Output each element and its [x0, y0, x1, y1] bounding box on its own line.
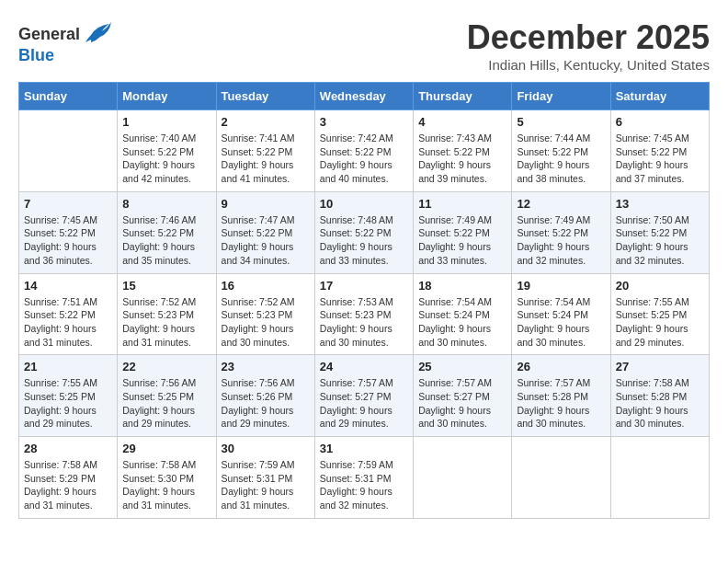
- day-number: 24: [320, 360, 408, 373]
- day-info: Sunrise: 7:41 AMSunset: 5:22 PMDaylight:…: [222, 132, 310, 186]
- calendar-cell: 23Sunrise: 7:56 AMSunset: 5:26 PMDayligh…: [216, 355, 314, 437]
- day-info: Sunrise: 7:54 AMSunset: 5:24 PMDaylight:…: [517, 295, 605, 350]
- calendar-body: 1Sunrise: 7:40 AMSunset: 5:22 PMDaylight…: [19, 110, 710, 519]
- day-number: 13: [616, 197, 704, 211]
- day-info: Sunrise: 7:48 AMSunset: 5:22 PMDaylight:…: [320, 213, 408, 268]
- day-info: Sunrise: 7:53 AMSunset: 5:23 PMDaylight:…: [320, 295, 408, 350]
- day-info: Sunrise: 7:47 AMSunset: 5:22 PMDaylight:…: [222, 213, 310, 268]
- day-number: 22: [122, 360, 210, 373]
- day-number: 1: [122, 115, 210, 129]
- day-number: 16: [222, 279, 310, 293]
- month-title: December 2025: [467, 18, 710, 57]
- calendar-cell: 22Sunrise: 7:56 AMSunset: 5:25 PMDayligh…: [118, 355, 216, 437]
- calendar-week-3: 14Sunrise: 7:51 AMSunset: 5:22 PMDayligh…: [19, 273, 710, 355]
- calendar-cell: 3Sunrise: 7:42 AMSunset: 5:22 PMDaylight…: [314, 110, 413, 192]
- day-info: Sunrise: 7:42 AMSunset: 5:22 PMDaylight:…: [320, 132, 408, 186]
- calendar-cell: 31Sunrise: 7:59 AMSunset: 5:31 PMDayligh…: [314, 437, 413, 519]
- day-number: 19: [517, 279, 605, 293]
- day-info: Sunrise: 7:55 AMSunset: 5:25 PMDaylight:…: [24, 376, 112, 431]
- day-info: Sunrise: 7:58 AMSunset: 5:29 PMDaylight:…: [24, 458, 112, 512]
- day-number: 26: [517, 360, 605, 373]
- day-number: 4: [418, 115, 506, 129]
- day-info: Sunrise: 7:57 AMSunset: 5:27 PMDaylight:…: [418, 376, 506, 431]
- day-info: Sunrise: 7:55 AMSunset: 5:25 PMDaylight:…: [616, 295, 704, 350]
- day-number: 30: [222, 442, 310, 455]
- day-info: Sunrise: 7:45 AMSunset: 5:22 PMDaylight:…: [616, 132, 704, 186]
- day-info: Sunrise: 7:51 AMSunset: 5:22 PMDaylight:…: [24, 295, 112, 350]
- day-header-friday: Friday: [512, 83, 610, 110]
- day-number: 29: [122, 442, 210, 455]
- day-number: 21: [24, 360, 112, 373]
- calendar-header-row: SundayMondayTuesdayWednesdayThursdayFrid…: [19, 83, 710, 110]
- calendar-cell: 7Sunrise: 7:45 AMSunset: 5:22 PMDaylight…: [19, 191, 118, 273]
- calendar-table: SundayMondayTuesdayWednesdayThursdayFrid…: [18, 82, 710, 519]
- day-info: Sunrise: 7:57 AMSunset: 5:28 PMDaylight:…: [517, 376, 605, 431]
- calendar-cell: 24Sunrise: 7:57 AMSunset: 5:27 PMDayligh…: [314, 355, 413, 437]
- day-info: Sunrise: 7:43 AMSunset: 5:22 PMDaylight:…: [418, 132, 506, 186]
- calendar-cell: 10Sunrise: 7:48 AMSunset: 5:22 PMDayligh…: [314, 191, 413, 273]
- day-number: 10: [320, 197, 408, 211]
- day-number: 2: [222, 115, 310, 129]
- calendar-cell: 30Sunrise: 7:59 AMSunset: 5:31 PMDayligh…: [216, 437, 314, 519]
- calendar-cell: 27Sunrise: 7:58 AMSunset: 5:28 PMDayligh…: [610, 355, 709, 437]
- day-number: 7: [24, 197, 112, 211]
- day-header-monday: Monday: [118, 83, 216, 110]
- day-number: 5: [517, 115, 605, 129]
- calendar-cell: 11Sunrise: 7:49 AMSunset: 5:22 PMDayligh…: [414, 191, 512, 273]
- day-info: Sunrise: 7:58 AMSunset: 5:30 PMDaylight:…: [122, 458, 210, 512]
- calendar-cell: 21Sunrise: 7:55 AMSunset: 5:25 PMDayligh…: [19, 355, 118, 437]
- day-number: 20: [616, 279, 704, 293]
- calendar-cell: 4Sunrise: 7:43 AMSunset: 5:22 PMDaylight…: [414, 110, 512, 192]
- calendar-cell: 18Sunrise: 7:54 AMSunset: 5:24 PMDayligh…: [414, 273, 512, 355]
- day-number: 6: [616, 115, 704, 129]
- calendar-cell: [610, 437, 709, 519]
- day-info: Sunrise: 7:49 AMSunset: 5:22 PMDaylight:…: [418, 213, 506, 268]
- day-info: Sunrise: 7:57 AMSunset: 5:27 PMDaylight:…: [320, 376, 408, 431]
- day-number: 9: [222, 197, 310, 211]
- calendar-cell: 29Sunrise: 7:58 AMSunset: 5:30 PMDayligh…: [118, 437, 216, 519]
- day-number: 15: [122, 279, 210, 293]
- calendar-cell: 16Sunrise: 7:52 AMSunset: 5:23 PMDayligh…: [216, 273, 314, 355]
- calendar-cell: 28Sunrise: 7:58 AMSunset: 5:29 PMDayligh…: [19, 437, 118, 519]
- day-header-wednesday: Wednesday: [314, 83, 413, 110]
- day-info: Sunrise: 7:52 AMSunset: 5:23 PMDaylight:…: [122, 295, 210, 350]
- calendar-cell: 9Sunrise: 7:47 AMSunset: 5:22 PMDaylight…: [216, 191, 314, 273]
- day-info: Sunrise: 7:52 AMSunset: 5:23 PMDaylight:…: [222, 295, 310, 350]
- day-number: 23: [222, 360, 310, 373]
- calendar-cell: [19, 110, 118, 192]
- day-number: 14: [24, 279, 112, 293]
- day-number: 12: [517, 197, 605, 211]
- calendar-cell: 14Sunrise: 7:51 AMSunset: 5:22 PMDayligh…: [19, 273, 118, 355]
- day-number: 17: [320, 279, 408, 293]
- calendar-cell: 26Sunrise: 7:57 AMSunset: 5:28 PMDayligh…: [512, 355, 610, 437]
- calendar-week-4: 21Sunrise: 7:55 AMSunset: 5:25 PMDayligh…: [19, 355, 710, 437]
- day-header-sunday: Sunday: [19, 83, 118, 110]
- calendar-cell: 17Sunrise: 7:53 AMSunset: 5:23 PMDayligh…: [314, 273, 413, 355]
- day-header-thursday: Thursday: [414, 83, 512, 110]
- calendar-cell: 1Sunrise: 7:40 AMSunset: 5:22 PMDaylight…: [118, 110, 216, 192]
- calendar-cell: 12Sunrise: 7:49 AMSunset: 5:22 PMDayligh…: [512, 191, 610, 273]
- calendar-week-1: 1Sunrise: 7:40 AMSunset: 5:22 PMDaylight…: [19, 110, 710, 192]
- day-number: 31: [320, 442, 408, 455]
- calendar-cell: [512, 437, 610, 519]
- calendar-cell: [414, 437, 512, 519]
- day-number: 25: [418, 360, 506, 373]
- day-number: 11: [418, 197, 506, 211]
- day-info: Sunrise: 7:56 AMSunset: 5:25 PMDaylight:…: [122, 376, 210, 431]
- calendar-cell: 19Sunrise: 7:54 AMSunset: 5:24 PMDayligh…: [512, 273, 610, 355]
- calendar-cell: 13Sunrise: 7:50 AMSunset: 5:22 PMDayligh…: [610, 191, 709, 273]
- logo-text-blue: Blue: [18, 46, 54, 65]
- calendar-cell: 15Sunrise: 7:52 AMSunset: 5:23 PMDayligh…: [118, 273, 216, 355]
- day-number: 3: [320, 115, 408, 129]
- day-info: Sunrise: 7:54 AMSunset: 5:24 PMDaylight:…: [418, 295, 506, 350]
- location: Indian Hills, Kentucky, United States: [467, 57, 710, 73]
- calendar-cell: 2Sunrise: 7:41 AMSunset: 5:22 PMDaylight…: [216, 110, 314, 192]
- day-info: Sunrise: 7:44 AMSunset: 5:22 PMDaylight:…: [517, 132, 605, 186]
- title-block: December 2025 Indian Hills, Kentucky, Un…: [467, 18, 710, 73]
- day-info: Sunrise: 7:50 AMSunset: 5:22 PMDaylight:…: [616, 213, 704, 268]
- logo: General Blue: [18, 18, 113, 65]
- day-number: 28: [24, 442, 112, 455]
- day-header-tuesday: Tuesday: [216, 83, 314, 110]
- page-header: General Blue December 2025 Indian Hills,…: [18, 18, 710, 73]
- day-info: Sunrise: 7:40 AMSunset: 5:22 PMDaylight:…: [122, 132, 210, 186]
